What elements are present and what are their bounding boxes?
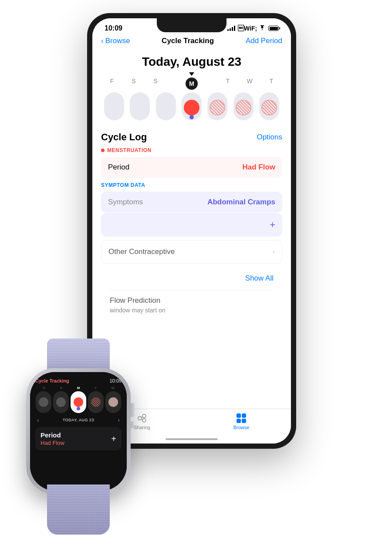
tab-browse-label: Browse (233, 425, 250, 430)
apple-watch: Cycle Tracking 10:09 S S M T W (17, 339, 152, 535)
watch-prev-arrow[interactable]: ‹ (37, 417, 39, 423)
watch-next-arrow[interactable]: › (118, 417, 120, 423)
indicator-t1 (206, 72, 228, 76)
calendar-strip: F S S M T W T (92, 72, 291, 123)
predicted-dot-w (236, 100, 251, 115)
cycle-log-section: Cycle Log Options MENSTRUATION Period Ha… (92, 123, 291, 320)
symptoms-label: SYMPTOM DATA (101, 182, 145, 188)
indicator-t2 (258, 72, 280, 76)
indicator-s2 (155, 72, 177, 76)
options-button[interactable]: Options (257, 133, 282, 142)
today-indicator (189, 72, 194, 76)
day-label-t1: T (217, 78, 239, 90)
watch-period-section: Period Had Flow + (35, 427, 122, 450)
watch-side-button (131, 421, 134, 428)
watch-period-sub: Had Flow (41, 440, 116, 446)
predicted-dot-t2 (261, 100, 277, 115)
watch-band-bottom (47, 484, 110, 535)
watch-screen: Cycle Tracking 10:09 S S M T W (30, 372, 127, 491)
browse-icon (237, 413, 246, 423)
predicted-dot-t1 (210, 100, 225, 115)
menstruation-category: MENSTRUATION (101, 147, 282, 153)
status-icons: WiF; (227, 25, 279, 32)
watch-day-s2: S (53, 386, 69, 390)
indicator-m (181, 72, 203, 76)
day-cell-f[interactable] (103, 92, 125, 123)
day-cell-t2[interactable] (258, 92, 280, 123)
watch-circle-s1 (39, 397, 48, 407)
watch-app-title: Cycle Tracking (35, 378, 69, 383)
add-icon[interactable]: + (270, 219, 275, 230)
day-label-s2: S (145, 78, 166, 90)
watch-cell-t1[interactable] (88, 391, 104, 413)
ovulation-dot (189, 115, 194, 119)
day-labels: F S S M T W T (99, 78, 284, 90)
indicator-f (103, 72, 125, 76)
status-time: 10:09 (105, 24, 122, 32)
watch-day-w: W (105, 386, 121, 390)
watch-day-t1: T (88, 386, 104, 390)
watch-nav-row: ‹ TODAY, AUG 23 › (35, 417, 122, 423)
prediction-row[interactable]: Flow Prediction window may start on (110, 290, 274, 320)
watch-red-dot (74, 397, 83, 407)
watch-add-icon[interactable]: + (111, 434, 116, 444)
day-cell-w[interactable] (233, 92, 254, 123)
back-button[interactable]: ‹ Browse (101, 37, 130, 45)
day-cell-s1[interactable] (129, 92, 151, 123)
symptoms-row[interactable]: Symptoms Abdominal Cramps (101, 192, 282, 213)
chevron-right-icon: › (273, 248, 275, 256)
watch-title-row: Cycle Tracking 10:09 (35, 378, 122, 383)
watch-crown (130, 403, 135, 417)
flow-prediction-label: Flow Prediction (110, 296, 274, 305)
nav-bar: ‹ Browse Cycle Tracking Add Period (92, 35, 291, 50)
period-dot (184, 100, 199, 115)
watch-period-title: Period (41, 431, 116, 439)
watch-day-m: M (71, 386, 86, 390)
watch-with-bands: Cycle Tracking 10:09 S S M T W (17, 339, 139, 535)
show-all-button[interactable]: Show All (245, 274, 274, 283)
day-label-m: M (186, 78, 198, 90)
period-label: Period (108, 163, 129, 172)
watch-cell-w[interactable] (105, 391, 121, 413)
day-label-w: W (239, 78, 260, 90)
add-symptom-row[interactable]: + (101, 213, 282, 237)
wifi-icon: WiF; (238, 25, 266, 32)
tab-browse[interactable]: Browse (224, 413, 259, 430)
other-contraceptive-label: Other Contraceptive (108, 247, 175, 256)
indicator-s1 (129, 72, 151, 76)
battery-icon (268, 26, 279, 31)
other-contraceptive-row[interactable]: Other Contraceptive › (101, 240, 282, 264)
add-period-button[interactable]: Add Period (246, 37, 282, 45)
signal-icon (227, 26, 235, 31)
symptoms-item-label: Symptoms (108, 198, 143, 207)
watch-cell-s2[interactable] (53, 391, 69, 413)
day-cell-s2[interactable] (155, 92, 177, 123)
menstruation-dot (101, 149, 105, 152)
menstruation-label: MENSTRUATION (107, 147, 152, 153)
nav-title: Cycle Tracking (162, 37, 214, 45)
date-header: Today, August 23 (92, 50, 291, 72)
day-label-t2: T (260, 78, 282, 90)
cycle-log-title: Cycle Log (101, 132, 147, 143)
scene: 10:09 WiF; (0, 0, 392, 552)
watch-time: 10:09 (109, 378, 122, 383)
watch-purple-dot (77, 407, 80, 410)
day-indicator (99, 72, 284, 76)
day-cell-t1[interactable] (206, 92, 228, 123)
period-row[interactable]: Period Had Flow (101, 157, 282, 178)
symptoms-category: SYMPTOM DATA (101, 182, 282, 188)
window-label: window may start on (110, 307, 274, 314)
indicator-w (233, 72, 254, 76)
watch-hatched-t1 (91, 397, 101, 407)
home-indicator (166, 438, 218, 440)
period-value: Had Flow (242, 163, 275, 172)
show-all-row: Show All (101, 267, 282, 290)
day-cell-m[interactable] (181, 92, 203, 123)
notch (157, 18, 226, 32)
watch-cell-s1[interactable] (36, 391, 51, 413)
symptoms-value: Abdominal Cramps (207, 198, 275, 207)
watch-frame: Cycle Tracking 10:09 S S M T W (26, 368, 131, 494)
watch-cell-m-today[interactable] (71, 391, 86, 413)
days-row (99, 92, 284, 123)
day-label-s1: S (123, 78, 145, 90)
